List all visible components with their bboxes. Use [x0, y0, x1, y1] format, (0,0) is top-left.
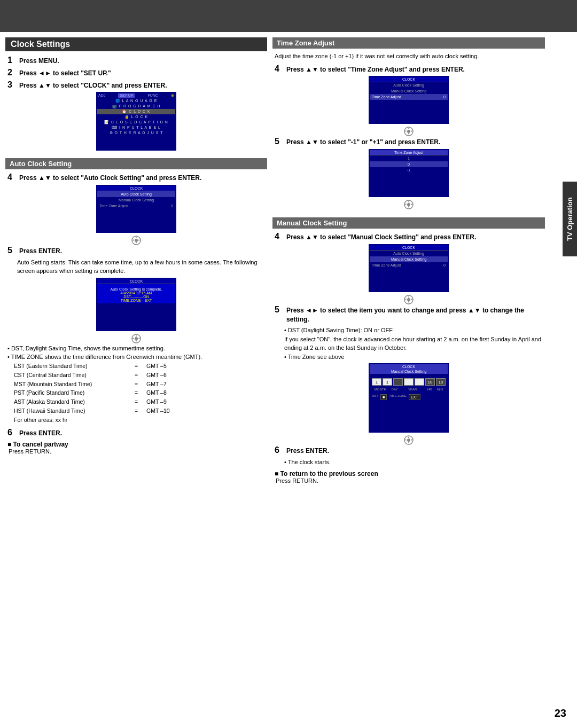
manual-clock-header: Manual Clock Setting: [272, 217, 545, 229]
left-column: Clock Settings 1 Press MENU. 2 Press ◄► …: [5, 37, 267, 491]
mc-select-screen-wrapper: CLOCK Auto Clock Setting Manual Clock Se…: [272, 244, 545, 305]
svg-text:▼: ▼: [408, 441, 410, 444]
gmt-table: EST (Eastern Standard Time) = GMT –5 CST…: [14, 362, 267, 425]
mc-entry-screen-wrapper: CLOCK Manual Clock Setting 1 1 10 10 MON…: [272, 363, 545, 445]
cancel-header: ■ To cancel partway: [7, 441, 267, 448]
menu-screen: ADJ SET UP FUNC ⊕ 🌐 L A N G U A G E 📺 P …: [96, 92, 176, 151]
svg-text:▲: ▲: [135, 334, 138, 337]
step-4-mc: 4 Press ▲▼ to select "Manual Clock Setti…: [272, 232, 545, 242]
svg-text:▼: ▼: [408, 132, 410, 135]
clock-settings-header: Clock Settings: [5, 37, 267, 51]
step5-mc-sub2: • Time Zone see above: [272, 353, 545, 362]
svg-text:►: ►: [138, 238, 141, 241]
svg-text:►: ►: [411, 298, 414, 301]
menu-screen-wrapper: ADJ SET UP FUNC ⊕ 🌐 L A N G U A G E 📺 P …: [5, 92, 267, 151]
svg-text:►: ►: [138, 336, 141, 340]
mc-entry-screen: CLOCK Manual Clock Setting 1 1 10 10 MON…: [369, 363, 449, 433]
svg-text:▲: ▲: [408, 200, 410, 203]
return-text: Press RETURN.: [275, 477, 545, 484]
auto-clock-header: Auto Clock Setting: [5, 158, 267, 169]
return-header: ■ To return to the previous screen: [275, 470, 545, 477]
time-zone-section: Time Zone Adjust Adjust the time zone (-…: [272, 37, 545, 210]
auto-clock-section: Auto Clock Setting 4 Press ▲▼ to select …: [5, 158, 267, 455]
right-column: Time Zone Adjust Adjust the time zone (-…: [272, 37, 572, 491]
note-dst: • DST, Daylight Saving Time, shows the s…: [5, 344, 267, 353]
step-6-mc: 6 Press ENTER.: [272, 445, 545, 456]
cancel-section: ■ To cancel partway Press RETURN.: [5, 441, 267, 455]
manual-clock-section: Manual Clock Setting 4 Press ▲▼ to selec…: [272, 217, 545, 484]
svg-text:◄: ◄: [404, 438, 407, 441]
svg-text:▲: ▲: [408, 295, 410, 298]
step5-mc-sub0: • DST (Daylight Saving Time): ON or OFF: [272, 326, 545, 335]
step-3: 3 Press ▲▼ to select "CLOCK" and press E…: [5, 80, 267, 90]
step6-mc-sub: • The clock starts.: [272, 458, 545, 467]
joystick-icon-3: ▲ ▼ ◄ ►: [403, 126, 414, 137]
joystick-icon-4: ▲ ▼ ◄ ►: [403, 199, 414, 210]
cancel-text: Press RETURN.: [7, 448, 267, 455]
svg-text:▼: ▼: [408, 205, 410, 208]
mc-select-screen: CLOCK Auto Clock Setting Manual Clock Se…: [369, 244, 449, 292]
step-5-tz: 5 Press ▲▼ to select "-1" or "+1" and pr…: [272, 137, 545, 147]
svg-text:▼: ▼: [135, 241, 138, 244]
svg-text:◄: ◄: [132, 238, 135, 241]
svg-text:◄: ◄: [404, 202, 407, 206]
svg-text:▲: ▲: [135, 236, 138, 239]
svg-text:►: ►: [411, 202, 414, 206]
complete-screen-wrapper: CLOCK Auto Clock Setting is complete. 4/…: [5, 278, 267, 344]
return-section: ■ To return to the previous screen Press…: [272, 470, 545, 484]
step-6-auto: 6 Press ENTER.: [5, 428, 267, 438]
step-4-auto: 4 Press ▲▼ to select "Auto Clock Setting…: [5, 173, 267, 183]
step-5-auto: 5 Press ENTER.: [5, 246, 267, 256]
note-timezone: • TIME ZONE shows the time difference fr…: [5, 353, 267, 362]
step-1: 1 Press MENU.: [5, 56, 267, 66]
tz-screen-wrapper: CLOCK Auto Clock Setting Manual Clock Se…: [272, 76, 545, 137]
step5-mc-sub1: If you select "ON", the clock is advance…: [272, 335, 545, 353]
joystick-icon-5: ▲ ▼ ◄ ►: [403, 294, 414, 305]
tz-screen: CLOCK Auto Clock Setting Manual Clock Se…: [369, 76, 449, 124]
step-2: 2 Press ◄► to select "SET UP.": [5, 68, 267, 78]
top-bar: [0, 0, 577, 32]
tz-adjust-screen: Time Zone Adjust 1 0 -1: [369, 149, 449, 197]
page-number: 23: [555, 707, 566, 719]
tz-adjust-screen-wrapper: Time Zone Adjust 1 0 -1 ▲ ▼ ◄ ►: [272, 149, 545, 210]
complete-screen: CLOCK Auto Clock Setting is complete. 4/…: [96, 278, 176, 331]
tv-operation-tab: TV Operation: [563, 182, 577, 256]
svg-text:►: ►: [411, 129, 414, 132]
svg-text:▼: ▼: [135, 339, 138, 342]
step-4-tz: 4 Press ▲▼ to select "Time Zone Adjust" …: [272, 64, 545, 74]
step5-sub: Auto Setting starts. This can take some …: [5, 258, 267, 276]
joystick-icon-6: ▲ ▼ ◄ ►: [403, 435, 414, 445]
joystick-icon: ▲ ▼ ◄ ►: [131, 235, 142, 246]
joystick-icon-2: ▲ ▼ ◄ ►: [131, 333, 142, 344]
svg-text:◄: ◄: [404, 298, 407, 301]
svg-text:▲: ▲: [408, 435, 410, 439]
svg-text:▲: ▲: [408, 127, 410, 130]
time-zone-header: Time Zone Adjust: [272, 37, 545, 49]
auto-clock-screen-wrapper: CLOCK Auto Clock Setting Manual Clock Se…: [5, 185, 267, 246]
step-5-mc: 5 Press ◄► to select the item you want t…: [272, 305, 545, 324]
svg-text:▼: ▼: [408, 300, 410, 303]
clock-settings-section: Clock Settings 1 Press MENU. 2 Press ◄► …: [5, 37, 267, 151]
auto-clock-screen: CLOCK Auto Clock Setting Manual Clock Se…: [96, 185, 176, 233]
svg-text:◄: ◄: [404, 129, 407, 132]
svg-text:◄: ◄: [132, 336, 135, 340]
time-zone-intro: Adjust the time zone (-1 or +1) if it wa…: [272, 52, 545, 61]
svg-text:►: ►: [411, 438, 414, 441]
